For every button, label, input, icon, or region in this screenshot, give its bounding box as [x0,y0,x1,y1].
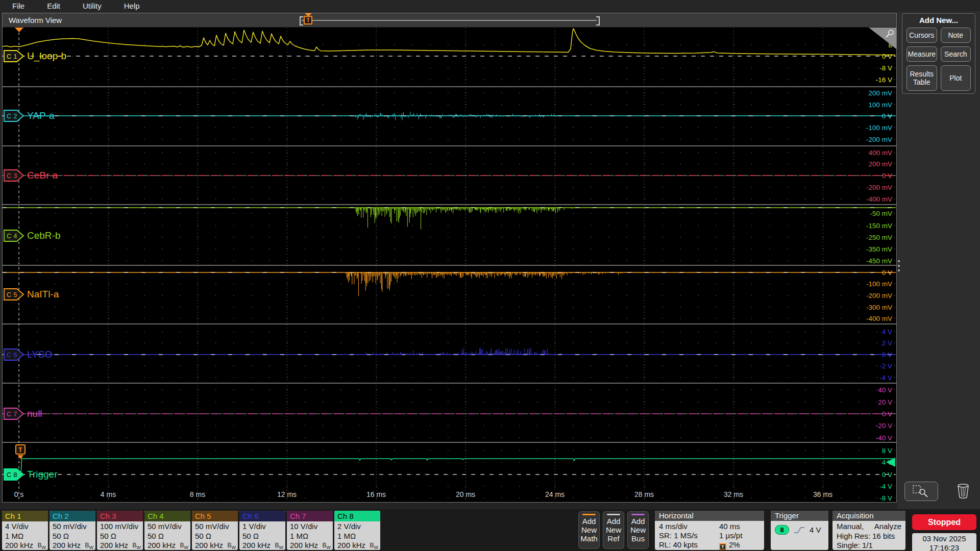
input-impedance: 50 Ω [100,532,141,541]
scale-label-ch2: 100 mV [868,101,892,109]
cursors-button[interactable]: Cursors [906,28,937,43]
channel-settings-badge-ch7[interactable]: Ch 710 V/div1 MΩBW200 kHz [287,511,333,550]
channel-name-ch7[interactable]: null [27,408,42,419]
channel-settings-badge-ch5[interactable]: Ch 550 mV/div50 ΩBW200 kHz [192,511,238,550]
scale-label-ch4: -450 mV [866,257,892,265]
waveform-noise-c4[interactable] [355,208,573,230]
waveform-trace-c1[interactable] [3,29,895,55]
channel-badge-grid-label: C 3 [7,172,17,180]
channel-name-ch3[interactable]: CeBr-a [27,170,58,181]
add-new-ref-button[interactable]: Add New Ref [603,511,624,549]
scale-label-ch7: -40 V [876,434,892,442]
channel-name-ch2[interactable]: YAP-a [27,110,55,121]
scale-label-ch3: 0 V [882,172,892,180]
trash-button[interactable] [955,483,973,500]
waveform-trace-c8[interactable] [3,459,895,474]
channel-badge-settings: 100 mV/div50 ΩBW200 kHz [97,521,143,550]
scale-label-ch5: -400 mV [866,315,892,322]
scale-label-ch1: -8 V [879,64,892,72]
scale-label-ch1: -16 V [876,76,892,84]
bandwidth: BW200 kHz [337,541,378,550]
trash-icon [955,483,971,499]
scale-label-ch4: -50 mV [870,210,892,217]
channel-settings-badge-ch6[interactable]: Ch 61 V/div50 ΩBW200 kHz [239,511,285,550]
trigger-event-t-letter: T [18,446,22,454]
scale-label-ch1: 0 V [882,53,892,60]
vertical-scale: 10 V/div [290,522,331,532]
menu-utility[interactable]: Utility [83,2,102,10]
time-tick-label: 16 ms [360,490,393,498]
channel-name-ch1[interactable]: U_loop-b [27,51,66,62]
waveform-noise-c5[interactable] [346,272,622,296]
channel-badge-settings: 1 V/div50 ΩBW200 kHz [239,521,285,550]
panel-drag-handle[interactable] [898,258,900,274]
horizontal-panel[interactable]: Horizontal 4 ms/div 40 ms SR: 1 MS/s 1 µ… [655,511,764,550]
time-tick-label: 32 ms [717,490,750,498]
channel-settings-badge-ch2[interactable]: Ch 250 mV/div50 ΩBW200 kHz [50,511,95,550]
input-impedance: 50 Ω [242,532,283,541]
trigger-source-badge: 8 [775,525,789,535]
acquisition-resolution: High Res: 16 bits [837,532,901,541]
channel-settings-badge-ch4[interactable]: Ch 450 mV/div50 ΩBW200 kHz [144,511,190,550]
waveform-view-titlebar: Waveform View T [3,13,896,28]
bandwidth: BW200 kHz [290,541,331,550]
scale-label-ch7: -20 V [876,422,892,430]
channel-badge-grid-label: C 7 [7,411,17,418]
scale-label-ch3: 400 mV [868,149,892,157]
zoom-corner-flag[interactable] [869,28,896,49]
channel-settings-badge-ch3[interactable]: Ch 3100 mV/div50 ΩBW200 kHz [97,511,143,550]
menu-help[interactable]: Help [124,2,140,10]
bottom-settings-bar: Ch 14 V/div1 MΩBW200 kHzCh 250 mV/div50 … [0,509,980,551]
channel-name-ch6[interactable]: LYSO [27,349,52,360]
acquisition-mode2: Analyze [874,522,901,532]
channel-badge-title: Ch 2 [50,511,95,521]
channel-settings-badge-ch8[interactable]: Ch 82 V/div1 MΩBW200 kHz [334,511,380,550]
scale-label-ch3: -200 mV [866,184,892,191]
channel-badge-grid-label: C 2 [7,113,17,120]
channel-badge-grid-label: C 4 [7,233,17,240]
trigger-level-value: 4 V [810,525,821,534]
channel-name-ch4[interactable]: CebR-b [27,230,60,241]
note-button[interactable]: Note [941,28,971,43]
add-new-bus-button[interactable]: Add New Bus [627,511,649,549]
bandwidth-limit-icon: BW [180,541,188,550]
channel-name-ch5[interactable]: NaITl-a [27,289,59,300]
channel-badge-grid-label: C 1 [7,53,17,60]
scale-label-ch4: -250 mV [866,234,892,241]
oscilloscope-app: File Edit Utility Help Waveform View T C… [0,0,980,551]
scale-label-ch5: -100 mV [866,280,892,288]
acquisition-count: Single: 1/1 [837,541,901,550]
channel-name-ch8[interactable]: Trigger [27,469,57,480]
run-stop-status-button[interactable]: Stopped [912,514,976,530]
trigger-position-t-icon[interactable]: T [304,16,312,24]
date-value: 03 Nov 2025 [912,534,976,543]
menu-edit[interactable]: Edit [47,2,60,10]
trigger-panel[interactable]: Trigger 8 4 V [771,511,828,550]
bandwidth: BW200 kHz [242,541,283,550]
time-tick-label: 4 ms [92,490,125,498]
plot-button[interactable]: Plot [941,65,971,91]
input-impedance: 50 Ω [195,532,236,541]
bandwidth: BW200 kHz [5,541,46,550]
vertical-scale: 50 mV/div [195,522,236,532]
results-table-button[interactable]: Results Table [906,65,937,91]
vertical-scale: 1 V/div [242,522,283,532]
trigger-position-slider[interactable]: T [298,13,600,28]
zoom-select-button[interactable] [904,482,938,501]
waveform-canvas[interactable]: C 1C 2C 3C 4C 5C 6C 7C 8T [3,28,896,502]
channel-badge-strip: Ch 14 V/div1 MΩBW200 kHzCh 250 mV/div50 … [2,511,382,550]
trigger-panel-title: Trigger [771,511,828,521]
waveform-noise-c6[interactable] [366,348,561,355]
waveform-grid[interactable]: C 1C 2C 3C 4C 5C 6C 7C 8T 80 V-8 V-16 VU… [3,28,896,502]
add-new-math-button[interactable]: Add New Math [578,511,600,549]
measure-button[interactable]: Measure [906,46,937,62]
menu-file[interactable]: File [12,2,24,10]
waveform-view-title: Waveform View [9,16,62,24]
input-impedance: 1 MΩ [290,532,331,541]
channel-settings-badge-ch1[interactable]: Ch 14 V/div1 MΩBW200 kHz [2,511,48,550]
trigger-time-arrow-icon[interactable] [15,28,23,32]
search-button[interactable]: Search [941,46,971,62]
input-impedance: 1 MΩ [337,532,378,541]
acquisition-panel[interactable]: Acquisition Manual, Analyze High Res: 16… [832,511,905,550]
scale-label-ch8: 8 V [882,447,892,455]
